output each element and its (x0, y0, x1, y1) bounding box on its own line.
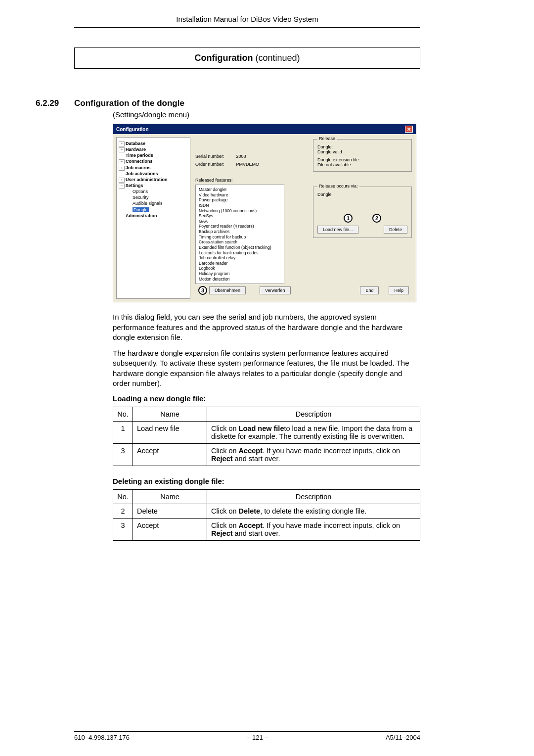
feature-item: Power package (199, 197, 281, 203)
paragraph-2: The hardware dongle expansion file conta… (113, 348, 420, 388)
footer-center: – 121 – (247, 734, 268, 741)
cell-no: 3 (113, 519, 133, 541)
close-icon[interactable]: ✕ (405, 126, 413, 133)
release-dongle-label: Dongle: (317, 144, 407, 149)
callout-1: 1 (344, 214, 353, 223)
feature-item: SecSys (199, 213, 281, 219)
feature-item: Master dongle! (199, 187, 281, 192)
delete-button[interactable]: Delete (384, 226, 407, 234)
footer-right: A5/11–2004 (386, 734, 420, 741)
table-row: 2 Delete Click on Delete, to delete the … (113, 504, 420, 519)
cell-name: Accept (133, 444, 207, 466)
th-name: Name (133, 407, 207, 422)
tree-hardware[interactable]: Hardware (126, 147, 146, 152)
tree-job-macros[interactable]: Job macros (126, 165, 151, 170)
load-new-file-button[interactable]: Load new file... (317, 226, 358, 234)
cell-no: 3 (113, 444, 133, 466)
released-features-list[interactable]: Master dongle! Video hardware Power pack… (195, 185, 284, 284)
section-title: Configuration (continued) (74, 47, 420, 69)
feature-item: Video hardware (199, 192, 281, 198)
order-value: PMVDEMO (236, 162, 260, 167)
order-label: Order number: (195, 162, 235, 167)
tree-options[interactable]: Options (119, 189, 188, 194)
subsection-title: Configuration of the dongle (74, 98, 184, 108)
feature-item: Holiday program (199, 271, 281, 277)
tree-time-periods[interactable]: Time periods (126, 153, 153, 158)
release-group-legend: Release (317, 136, 337, 141)
page-footer: 610–4.998.137.176 – 121 – A5/11–2004 (74, 731, 420, 741)
cell-no: 1 (113, 422, 133, 444)
release-occurs-group: Release occurs via: Dongle 1 2 Load new … (313, 187, 412, 238)
tree-administration[interactable]: Administration (126, 213, 157, 218)
config-dialog: Configuration ✕ +Database +Hardware Time… (113, 124, 416, 302)
cell-name: Accept (133, 519, 207, 541)
table-row: 3 Accept Click on Accept. If you have ma… (113, 444, 420, 466)
feature-item: Backup archives (199, 229, 281, 235)
paragraph-1: In this dialog field, you can see the se… (113, 312, 420, 342)
tree-settings[interactable]: Settings (126, 183, 143, 188)
nav-tree[interactable]: +Database +Hardware Time periods +Connec… (116, 137, 190, 299)
subsection-subtitle: (Settings/dongle menu) (113, 110, 420, 119)
feature-item: Timing control for backup (199, 235, 281, 240)
footer-left: 610–4.998.137.176 (74, 734, 130, 741)
section-title-rest: (continued) (253, 53, 300, 63)
feature-item: Extended film function (object tracking) (199, 245, 281, 250)
section-title-bold: Configuration (194, 53, 253, 63)
apply-button[interactable]: Übernehmen (209, 286, 246, 294)
help-button[interactable]: Help (389, 286, 409, 294)
callout-3: 3 (198, 286, 207, 295)
released-features-label: Released features: (195, 178, 313, 183)
tree-security[interactable]: Security (119, 194, 188, 200)
cell-no: 2 (113, 504, 133, 519)
dialog-titlebar: Configuration ✕ (113, 124, 416, 134)
feature-item: Job-controlled relay (199, 255, 281, 261)
feature-item: Lockouts for bank routing codes (199, 250, 281, 256)
th-desc: Description (207, 490, 420, 504)
feature-item: Networking (1000 connections) (199, 208, 281, 214)
cell-desc: Click on Accept. If you have made incorr… (207, 444, 420, 466)
doc-header: Installation Manual for DiBos Video Syst… (74, 15, 420, 23)
dialog-title: Configuration (116, 127, 149, 132)
tree-audible[interactable]: Audible signals (119, 200, 188, 206)
release-group: Release Dongle: Dongle valid Dongle exte… (313, 139, 412, 172)
tree-job-activations[interactable]: Job activations (126, 171, 158, 176)
cell-desc: Click on Delete, to delete the existing … (207, 504, 420, 519)
feature-item: GAA (199, 219, 281, 224)
feature-item: Cross-station search (199, 239, 281, 245)
header-rule (74, 27, 420, 28)
th-desc: Description (207, 407, 420, 422)
feature-item: Foyer card reader (4 readers) (199, 224, 281, 229)
release-ext-label: Dongle extension file: (317, 157, 407, 162)
subsection-number: 6.2.29 (36, 98, 74, 108)
tree-user-admin[interactable]: User administration (126, 177, 168, 182)
table-row: 3 Accept Click on Accept. If you have ma… (113, 519, 420, 541)
occurs-legend: Release occurs via: (317, 184, 359, 189)
serial-label: Serial number: (195, 154, 235, 159)
deleting-heading: Deleting an existing dongle file: (113, 477, 420, 485)
th-no: No. (113, 490, 133, 504)
table-row: 1 Load new file Click on Load new fileto… (113, 422, 420, 444)
loading-table: No. Name Description 1 Load new file Cli… (113, 407, 420, 466)
cell-name: Delete (133, 504, 207, 519)
deleting-table: No. Name Description 2 Delete Click on D… (113, 489, 420, 541)
feature-item: ISDN (199, 203, 281, 208)
feature-item: Motion detection (199, 277, 281, 282)
callout-2: 2 (372, 214, 381, 223)
serial-value: 2008 (236, 154, 246, 159)
end-button[interactable]: End (360, 286, 379, 294)
th-name: Name (133, 490, 207, 504)
reject-button[interactable]: Verwerfen (260, 286, 291, 294)
th-no: No. (113, 407, 133, 422)
tree-connections[interactable]: Connections (126, 159, 153, 164)
tree-dongle-selected[interactable]: Dongle (133, 207, 149, 212)
tree-database[interactable]: Database (126, 141, 145, 146)
release-dongle-value: Dongle valid (317, 149, 407, 154)
cell-desc: Click on Accept. If you have made incorr… (207, 519, 420, 541)
occurs-value: Dongle (317, 192, 407, 197)
cell-desc: Click on Load new fileto load a new file… (207, 422, 420, 444)
feature-item: Barcode reader (199, 261, 281, 266)
cell-name: Load new file (133, 422, 207, 444)
release-ext-value: File not available (317, 162, 407, 167)
feature-item: Logbook (199, 266, 281, 271)
loading-heading: Loading a new dongle file: (113, 394, 420, 403)
